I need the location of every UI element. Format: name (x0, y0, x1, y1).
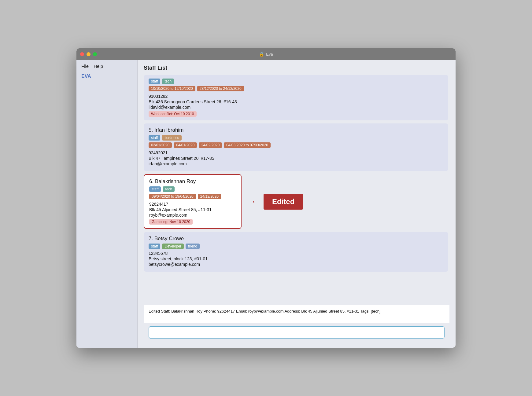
staff-phone-7: 12345678 (149, 251, 443, 256)
staff-list: staff tech 10/10/2020 to 12/10/2020 23/1… (144, 75, 449, 305)
minimize-button[interactable] (87, 52, 91, 56)
tag-staff: staff (149, 135, 160, 141)
menu-help[interactable]: Help (94, 64, 103, 69)
staff-phone-6: 92624417 (149, 202, 236, 207)
staff-name-7: 7. Betsy Crowe (149, 236, 443, 242)
sidebar: File Help EVA (76, 60, 138, 348)
section-title: Staff List (144, 65, 449, 71)
edited-badge: Edited (264, 194, 303, 210)
tags-6: staff tech (149, 186, 236, 192)
staff-card-6[interactable]: 6. Balakrishnan Roy staff tech 09/04/202… (144, 174, 242, 229)
staff-phone-5: 92492021 (149, 150, 443, 155)
app-window: 🔒 Eva File Help EVA Staff List staff tec… (76, 48, 456, 348)
staff-card-4[interactable]: staff tech 10/10/2020 to 12/10/2020 23/1… (144, 75, 448, 120)
date-tag: 02/01/2020 (149, 142, 172, 148)
input-bar (144, 323, 449, 343)
menu-file[interactable]: File (81, 64, 89, 69)
date-tags-5: 02/01/2020 04/01/2020 24/02/2020 04/03/2… (149, 142, 443, 148)
tags-4: staff tech (149, 79, 443, 84)
conflict-tag-4: Work conflict: Oct 10 2010 (149, 111, 197, 117)
titlebar: 🔒 Eva (76, 48, 456, 60)
date-tags-6: 09/04/2020 to 19/04/2020 24/12/2020 (149, 194, 236, 199)
staff-email-5: irfan@example.com (149, 161, 443, 166)
tag-staff: staff (149, 186, 161, 192)
app-body: File Help EVA Staff List staff tech 10/1… (76, 60, 456, 348)
main-content: Staff List staff tech 10/10/2020 to 12/1… (138, 60, 456, 348)
maximize-button[interactable] (93, 52, 97, 56)
date-tag: 09/04/2020 to 19/04/2020 (149, 194, 196, 199)
tags-7: staff Developer friend (149, 244, 443, 249)
tags-5: staff business (149, 135, 443, 141)
date-tag: 24/02/2020 (199, 142, 222, 148)
staff-address-4: Blk 436 Serangoon Gardens Street 26, #16… (149, 99, 443, 104)
status-bar: Edited Staff: Balakrishnan Roy Phone: 92… (144, 305, 449, 323)
window-title: 🔒 Eva (259, 52, 273, 57)
menu-bar: File Help (81, 64, 132, 69)
staff-address-5: Blk 47 Tampines Street 20, #17-35 (149, 156, 443, 161)
close-button[interactable] (80, 52, 84, 56)
traffic-lights (80, 52, 97, 56)
staff-email-4: lidavid@example.com (149, 105, 443, 110)
staff-phone-4: 91031282 (149, 94, 443, 99)
date-tag: 23/12/2020 to 24/12/2020 (197, 86, 244, 91)
conflict-tag-6: Gambling: Nov 10 2020 (149, 219, 193, 225)
date-tag: 04/03/2020 to 07/03/2020 (224, 142, 271, 148)
tag-tech: tech (163, 186, 175, 192)
date-tag: 24/12/2020 (198, 194, 221, 199)
staff-card-5[interactable]: 5. Irfan Ibrahim staff business 02/01/20… (144, 123, 448, 171)
staff-card-7[interactable]: 7. Betsy Crowe staff Developer friend 12… (144, 232, 448, 272)
staff-email-7: betsycrowe@example.com (149, 262, 443, 267)
tag-business: business (162, 135, 181, 141)
staff-address-6: Blk 45 Aljunied Street 85, #11-31 (149, 207, 236, 212)
staff-email-6: royb@example.com (149, 213, 236, 218)
date-tags-4: 10/10/2020 to 12/10/2020 23/12/2020 to 2… (149, 86, 443, 91)
tag-staff: staff (149, 244, 160, 249)
tag-staff: staff (149, 79, 160, 84)
tag-friend: friend (186, 244, 200, 249)
date-tag: 04/01/2020 (174, 142, 197, 148)
staff-name-5: 5. Irfan Ibrahim (149, 127, 443, 133)
staff-name-6: 6. Balakrishnan Roy (149, 178, 236, 185)
sidebar-brand: EVA (81, 74, 132, 79)
staff-address-7: Betsy street, block 123, #01-01 (149, 256, 443, 261)
app-icon: 🔒 (259, 52, 264, 57)
edited-annotation: ← Edited (251, 194, 303, 210)
command-input[interactable] (149, 326, 445, 339)
date-tag: 10/10/2020 to 12/10/2020 (149, 86, 195, 91)
tag-tech: tech (162, 79, 174, 84)
edited-arrow: ← (251, 196, 260, 207)
staff-card-6-wrapper: 6. Balakrishnan Roy staff tech 09/04/202… (144, 174, 448, 229)
tag-developer: Developer (162, 244, 184, 249)
